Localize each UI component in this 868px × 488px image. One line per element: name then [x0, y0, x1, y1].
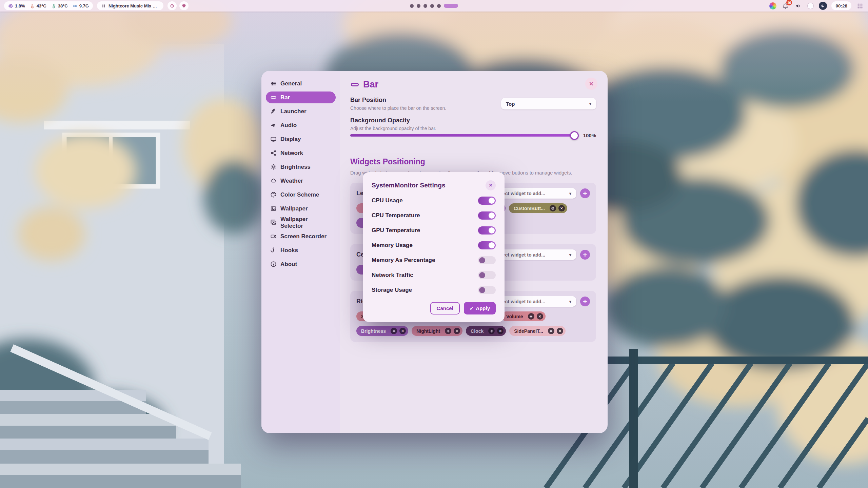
sidebar-item-hooks[interactable]: Hooks: [266, 244, 336, 256]
widget-chip-brightness[interactable]: Brightness×: [356, 326, 408, 336]
toggle-memory-as-percentage[interactable]: [478, 256, 496, 264]
add-widget-button[interactable]: +: [580, 188, 590, 198]
sidebar-item-color-scheme[interactable]: Color Scheme: [266, 189, 336, 201]
top-bar-left: 1.8%43°C38°C9.7G Nightcore Music Mix 20.…: [4, 1, 189, 10]
media-title: Nightcore Music Mix 20...: [108, 3, 159, 8]
chevron-down-icon: ▾: [569, 252, 571, 257]
add-widget-button[interactable]: +: [580, 250, 590, 260]
toggle-memory-usage[interactable]: [478, 241, 496, 249]
bar-position-description: Choose where to place the bar on the scr…: [350, 105, 446, 111]
widget-remove-icon[interactable]: ×: [399, 328, 406, 334]
cloud-icon: [270, 178, 277, 184]
widget-settings-icon[interactable]: [445, 328, 451, 334]
widget-chip-clock[interactable]: Clock×: [466, 326, 506, 336]
workspace-dot[interactable]: [417, 4, 420, 8]
toggle-label: GPU Temperature: [372, 227, 420, 234]
heart-icon: [181, 3, 186, 8]
workspace-dot[interactable]: [437, 4, 441, 8]
target-button[interactable]: [167, 1, 177, 10]
opacity-value: 100%: [580, 133, 596, 138]
widget-settings-icon[interactable]: [528, 313, 534, 320]
workspace-dot[interactable]: [430, 4, 434, 8]
sidebar-item-label: Bar: [280, 94, 290, 101]
workspaces: [410, 4, 458, 8]
widget-remove-icon[interactable]: ×: [557, 328, 563, 334]
widget-settings-icon[interactable]: [548, 328, 554, 334]
stat-thermo: 38°C: [51, 3, 68, 8]
toggle-network-traffic[interactable]: [478, 271, 496, 279]
bar-icon: [350, 80, 359, 89]
cancel-button[interactable]: Cancel: [430, 302, 460, 314]
media-player-pill[interactable]: Nightcore Music Mix 20...: [97, 1, 163, 10]
check-icon: ✓: [470, 305, 474, 311]
toggle-cpu-usage[interactable]: [478, 197, 496, 205]
color-picker-icon[interactable]: [769, 2, 777, 10]
speaker-icon: [270, 122, 277, 128]
chip-row: Brightness×NightLight×Clock×SidePanelT..…: [356, 326, 590, 336]
volume-icon[interactable]: [794, 2, 802, 10]
widget-remove-icon[interactable]: ×: [537, 313, 543, 320]
target-icon: [170, 3, 175, 8]
chevron-down-icon: ▾: [569, 299, 571, 304]
sidebar-item-launcher[interactable]: Launcher: [266, 105, 336, 117]
page-header: Bar: [350, 78, 596, 91]
widget-remove-icon[interactable]: ×: [558, 205, 565, 211]
sidebar-item-brightness[interactable]: Brightness: [266, 161, 336, 173]
widget-remove-icon[interactable]: ×: [454, 328, 460, 334]
system-monitor-settings-modal: SystemMonitor Settings × CPU UsageCPU Te…: [363, 172, 505, 322]
workspace-dot[interactable]: [423, 4, 427, 8]
sidebar-item-label: Display: [280, 136, 301, 143]
sidebar-item-wallpaper-selector[interactable]: Wallpaper Selector: [266, 217, 336, 228]
toggle-storage-usage[interactable]: [478, 286, 496, 294]
window-close-button[interactable]: ×: [585, 78, 597, 90]
toggle-label: Memory As Percentage: [372, 257, 435, 264]
add-widget-button[interactable]: +: [580, 297, 590, 306]
toggle-gpu-temperature[interactable]: [478, 226, 496, 235]
modal-close-button[interactable]: ×: [486, 180, 496, 190]
apply-button[interactable]: ✓ Apply: [464, 302, 496, 314]
sidebar-item-label: General: [280, 80, 302, 87]
app-grid-icon[interactable]: [856, 2, 864, 10]
image-icon: [270, 205, 277, 212]
toggle-cpu-temperature[interactable]: [478, 211, 496, 220]
opacity-slider[interactable]: [350, 134, 574, 137]
bar-position-value: Top: [506, 101, 515, 107]
network-icon: [270, 150, 277, 156]
widget-remove-icon[interactable]: ×: [497, 328, 504, 334]
widget-chip-nightlight[interactable]: NightLight×: [412, 326, 462, 336]
monitor-icon: [270, 136, 277, 142]
widget-chip-custombutt[interactable]: CustomButt...×: [509, 203, 567, 213]
notifications-bell-icon[interactable]: 10: [781, 2, 789, 10]
night-light-icon[interactable]: [819, 2, 827, 10]
opacity-slider-knob[interactable]: [570, 131, 579, 140]
workspace-dot[interactable]: [410, 4, 414, 8]
sidebar-item-audio[interactable]: Audio: [266, 119, 336, 131]
toggle-row-network-traffic: Network Traffic: [372, 268, 496, 283]
bar-position-dropdown[interactable]: Top ▾: [501, 98, 596, 109]
sidebar-item-label: About: [280, 261, 297, 268]
sun-icon: [270, 164, 277, 170]
background-opacity-row: Background Opacity Adjust the background…: [350, 117, 596, 138]
toggle-label: CPU Temperature: [372, 212, 420, 219]
sidebar-item-about[interactable]: About: [266, 258, 336, 270]
sidebar-item-network[interactable]: Network: [266, 147, 336, 159]
widget-settings-icon[interactable]: [391, 328, 397, 334]
stat-cpu: 1.8%: [8, 3, 25, 8]
sidebar-item-wallpaper[interactable]: Wallpaper: [266, 203, 336, 215]
sidebar-item-bar[interactable]: Bar: [266, 92, 336, 103]
widget-settings-icon[interactable]: [550, 205, 556, 211]
sidebar-item-screen-recorder[interactable]: Screen Recorder: [266, 230, 336, 242]
sidebar-item-display[interactable]: Display: [266, 133, 336, 145]
toggle-label: Memory Usage: [372, 242, 413, 249]
toggle-row-gpu-temperature: GPU Temperature: [372, 223, 496, 238]
heart-button[interactable]: [179, 1, 189, 10]
sidebar-item-general[interactable]: General: [266, 78, 336, 89]
stat-thermo: 43°C: [30, 3, 46, 8]
clock[interactable]: 00:28: [831, 1, 851, 10]
screen-record-icon[interactable]: [806, 2, 814, 10]
widget-chip-sidepanelt[interactable]: SidePanelT...×: [509, 326, 566, 336]
workspace-active[interactable]: [444, 4, 458, 8]
widget-chip-volume[interactable]: Volume×: [501, 311, 546, 321]
sidebar-item-weather[interactable]: Weather: [266, 175, 336, 187]
widget-settings-icon[interactable]: [488, 328, 495, 334]
